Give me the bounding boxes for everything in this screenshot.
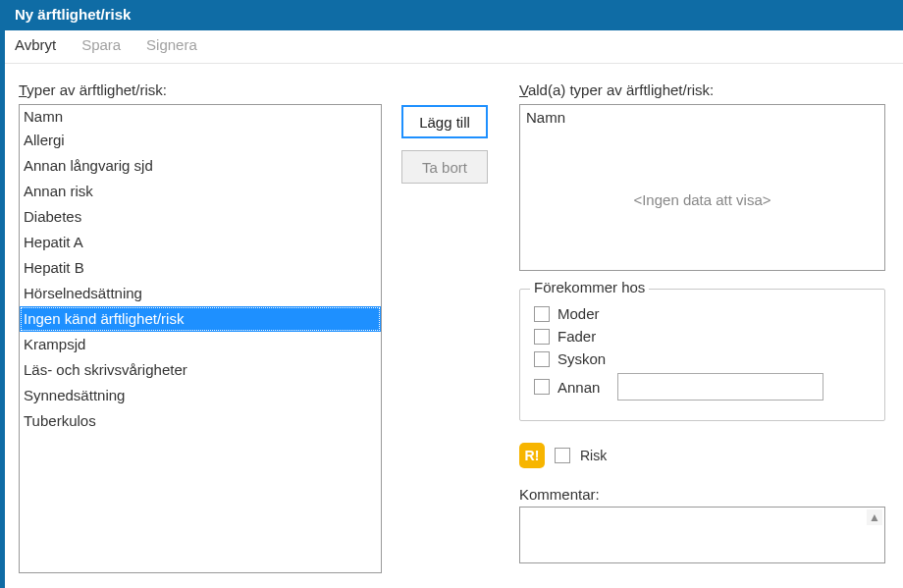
other-label: Annan [558, 379, 600, 396]
remove-button[interactable]: Ta bort [401, 150, 488, 184]
list-item[interactable]: Tuberkulos [20, 408, 381, 434]
selected-listbox[interactable]: Namn <Ingen data att visa> [519, 104, 885, 271]
list-item[interactable]: Annan långvarig sjd [20, 153, 381, 179]
father-checkbox[interactable] [534, 329, 550, 345]
list-item[interactable]: Hepatit A [20, 230, 381, 255]
comment-textarea[interactable] [519, 507, 885, 563]
other-checkbox[interactable] [534, 379, 550, 395]
list-item[interactable]: Ingen känd ärftlighet/risk [20, 306, 381, 332]
risk-checkbox[interactable] [555, 448, 570, 463]
types-label: Typer av ärftlighet/risk: [19, 81, 382, 98]
list-item[interactable]: Annan risk [20, 179, 381, 204]
list-item[interactable]: Hörselnedsättning [20, 281, 381, 306]
list-item[interactable]: Hepatit B [20, 255, 381, 281]
other-input[interactable] [617, 373, 823, 401]
selected-label: Vald(a) typer av ärftlighet/risk: [519, 81, 885, 98]
add-button[interactable]: Lägg till [401, 105, 488, 138]
types-column: Typer av ärftlighet/risk: Namn AllergiAn… [19, 81, 382, 573]
content-area: Typer av ärftlighet/risk: Namn AllergiAn… [5, 64, 903, 573]
menu-sign[interactable]: Signera [146, 36, 197, 53]
risk-badge-icon: R! [519, 443, 545, 468]
menu-cancel[interactable]: Avbryt [15, 36, 56, 53]
menubar: Avbryt Spara Signera [5, 30, 903, 64]
list-item[interactable]: Allergi [20, 128, 381, 153]
comment-label: Kommentar: [519, 486, 885, 503]
sibling-checkbox[interactable] [534, 351, 550, 367]
occurs-title: Förekommer hos [530, 279, 649, 295]
list-item[interactable]: Diabetes [20, 204, 381, 230]
selected-list-empty: <Ingen data att visa> [520, 130, 884, 270]
selected-column: Vald(a) typer av ärftlighet/risk: Namn <… [519, 81, 885, 573]
mother-label: Moder [558, 305, 600, 322]
list-item[interactable]: Krampsjd [20, 332, 381, 357]
menu-save[interactable]: Spara [81, 36, 121, 53]
window: Ny ärftlighet/risk Avbryt Spara Signera … [0, 0, 903, 588]
risk-row: R! Risk [519, 443, 885, 468]
sibling-label: Syskon [558, 350, 606, 367]
scroll-up-icon[interactable]: ▲ [867, 509, 882, 525]
types-listbox[interactable]: Namn AllergiAnnan långvarig sjdAnnan ris… [19, 104, 382, 573]
occurs-groupbox: Förekommer hos Moder Fader Syskon Annan [519, 289, 885, 421]
transfer-buttons: Lägg till Ta bort [401, 81, 500, 573]
father-label: Fader [558, 328, 596, 345]
selected-list-header: Namn [520, 105, 884, 130]
types-list-header: Namn [20, 105, 381, 128]
list-item[interactable]: Läs- och skrivsvårigheter [20, 357, 381, 383]
window-title: Ny ärftlighet/risk [5, 0, 903, 30]
risk-label: Risk [580, 448, 607, 463]
list-item[interactable]: Synnedsättning [20, 383, 381, 408]
mother-checkbox[interactable] [534, 306, 550, 322]
